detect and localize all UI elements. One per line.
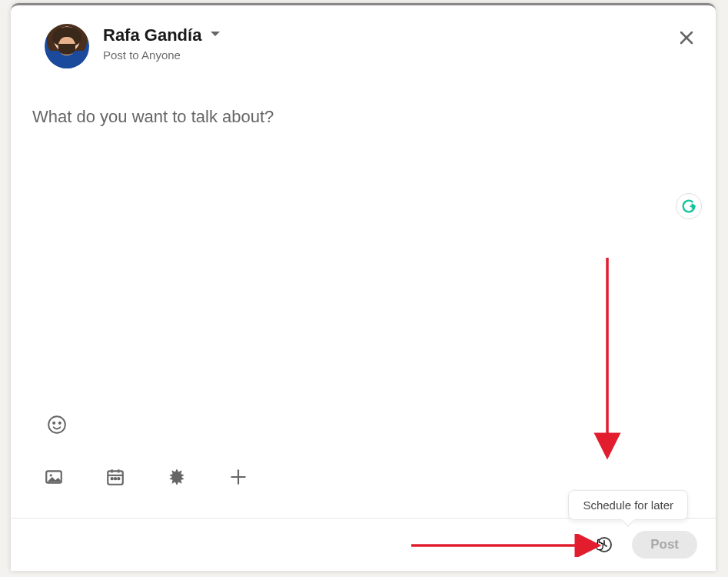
tooltip-label: Schedule for later xyxy=(583,499,673,512)
author-selector[interactable]: Rafa Gandía Post to Anyone xyxy=(103,24,221,62)
add-event-button[interactable] xyxy=(100,462,131,492)
composer-body xyxy=(11,68,716,387)
post-button[interactable]: Post xyxy=(632,531,697,559)
post-text-input[interactable] xyxy=(32,107,694,384)
celebrate-button[interactable] xyxy=(161,462,192,492)
modal-footer: Post xyxy=(11,519,716,571)
avatar[interactable] xyxy=(45,24,89,68)
svg-point-6 xyxy=(50,474,52,476)
svg-point-12 xyxy=(115,478,116,479)
svg-point-4 xyxy=(59,422,61,424)
svg-point-13 xyxy=(118,478,119,479)
visibility-label: Post to Anyone xyxy=(103,48,221,62)
schedule-button[interactable] xyxy=(589,529,620,560)
modal-header: Rafa Gandía Post to Anyone xyxy=(11,5,716,68)
more-options-button[interactable] xyxy=(223,462,254,492)
attachment-row xyxy=(38,462,254,492)
chevron-down-icon xyxy=(209,28,221,43)
post-composer-modal: Rafa Gandía Post to Anyone xyxy=(11,3,716,571)
svg-point-11 xyxy=(111,478,113,479)
svg-point-2 xyxy=(48,416,65,433)
emoji-button[interactable] xyxy=(42,409,72,440)
close-button[interactable] xyxy=(671,22,702,53)
emoji-row xyxy=(42,409,72,440)
schedule-tooltip: Schedule for later xyxy=(568,490,688,520)
svg-point-3 xyxy=(53,422,55,424)
grammarly-icon[interactable] xyxy=(676,193,702,219)
add-media-button[interactable] xyxy=(38,462,69,492)
user-name: Rafa Gandía xyxy=(103,25,201,45)
